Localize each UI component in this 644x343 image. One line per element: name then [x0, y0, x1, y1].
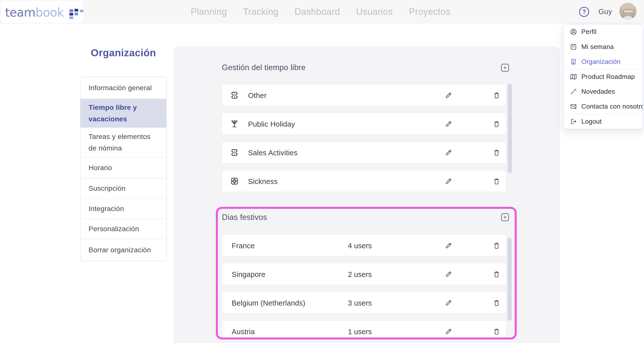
pencil-icon: [444, 119, 453, 129]
row-label: Public Holiday: [248, 120, 295, 128]
country-label: Austria: [232, 328, 255, 336]
edit-button[interactable]: [444, 148, 453, 157]
mail-icon: [570, 103, 577, 110]
delete-button[interactable]: [492, 241, 501, 250]
holidays-section-title: Dias festivos: [222, 213, 267, 222]
delete-button[interactable]: [492, 269, 501, 279]
sidebar-item-suscripcion[interactable]: Suscripción: [80, 178, 166, 199]
edit-button[interactable]: [444, 119, 453, 129]
edit-button[interactable]: [444, 241, 453, 250]
edit-button[interactable]: [444, 176, 453, 186]
holidays-scrollbar[interactable]: [507, 237, 512, 321]
sidebar-item-tiempo-libre[interactable]: Tiempo libre y vacaciones: [80, 99, 166, 127]
sidebar-item-personalizacion[interactable]: Personalización: [80, 219, 166, 239]
delete-button[interactable]: [492, 176, 501, 186]
nav-item-proyectos[interactable]: Proyectos: [409, 7, 451, 17]
delete-button[interactable]: [492, 148, 501, 157]
edit-button[interactable]: [444, 298, 453, 308]
holiday-row-singapore: Singapore 2 users: [222, 263, 506, 285]
trash-icon: [492, 148, 501, 157]
time-off-row-sickness: Sickness: [222, 170, 506, 192]
ticket-icon: [230, 90, 239, 100]
holidays-section-highlight: Dias festivos France 4 users Singapore 2…: [216, 207, 517, 339]
holiday-row-belgium: Belgium (Netherlands) 3 users: [222, 292, 506, 314]
wand-icon: [570, 88, 577, 95]
row-label: Other: [248, 91, 267, 100]
menu-item-organizacion[interactable]: Organización: [563, 54, 643, 69]
ticket-icon: [230, 148, 239, 157]
row-label: Sales Activities: [248, 149, 298, 157]
trash-icon: [492, 119, 501, 129]
users-count: 1 users: [348, 328, 372, 336]
sidebar-item-tareas-nomina[interactable]: Tareas y elementos de nómina: [80, 127, 166, 157]
edit-button[interactable]: [444, 327, 453, 336]
menu-item-perfil[interactable]: Perfil: [563, 24, 643, 39]
time-off-row-public-holiday: Public Holiday: [222, 113, 506, 135]
trash-icon: [492, 241, 501, 250]
page-title: Organización: [80, 47, 167, 59]
row-label: Sickness: [248, 177, 278, 186]
trash-icon: [492, 176, 501, 186]
time-off-row-sales-activities: Sales Activities: [222, 141, 506, 163]
pencil-icon: [444, 269, 453, 279]
nav-item-usuarios[interactable]: Usuarios: [356, 7, 393, 17]
brand-grid-icon: [69, 9, 85, 19]
country-label: France: [232, 242, 255, 250]
delete-button[interactable]: [492, 298, 501, 308]
time-off-section-title: Gestión del tiempo libre: [222, 63, 306, 72]
trash-icon: [492, 269, 501, 279]
holiday-row-austria: Austria 1 users: [222, 320, 506, 339]
pencil-icon: [444, 298, 453, 308]
calendar-icon: [570, 43, 577, 51]
users-count: 2 users: [348, 270, 372, 279]
help-icon[interactable]: ?: [579, 7, 589, 17]
sidebar-item-horario[interactable]: Horario: [80, 157, 166, 178]
country-label: Belgium (Netherlands): [232, 299, 305, 307]
add-holiday-country-button[interactable]: [501, 213, 509, 221]
menu-item-logout[interactable]: Logout: [563, 114, 643, 129]
nav-item-dashboard[interactable]: Dashboard: [295, 7, 340, 17]
brand-logo-primary: team: [5, 5, 35, 19]
delete-button[interactable]: [492, 119, 501, 129]
sidebar-item-integracion[interactable]: Integración: [80, 199, 166, 219]
edit-button[interactable]: [444, 90, 453, 100]
delete-button[interactable]: [492, 90, 501, 100]
add-time-off-button[interactable]: [501, 64, 509, 72]
user-name[interactable]: Guy: [595, 8, 615, 16]
sidebar-item-borrar-organizacion[interactable]: Borrar organización: [80, 239, 166, 261]
delete-button[interactable]: [492, 327, 501, 336]
users-count: 3 users: [348, 299, 372, 307]
pencil-icon: [444, 148, 453, 157]
user-circle-icon: [570, 28, 577, 35]
pencil-icon: [444, 90, 453, 100]
edit-button[interactable]: [444, 269, 453, 279]
user-avatar[interactable]: [619, 3, 636, 20]
trash-icon: [492, 90, 501, 100]
menu-item-mi-semana[interactable]: Mi semana: [563, 39, 643, 54]
menu-item-novedades[interactable]: Novedades: [563, 84, 643, 99]
top-bar: teambook Planning Tracking Dashboard Usu…: [0, 0, 644, 23]
main-nav: Planning Tracking Dashboard Usuarios Pro…: [191, 0, 450, 23]
brand-logo-secondary: book: [35, 5, 64, 19]
users-count: 4 users: [348, 242, 372, 250]
plus-icon: [502, 65, 508, 70]
trash-icon: [492, 298, 501, 308]
nav-item-planning[interactable]: Planning: [191, 7, 227, 17]
trash-icon: [492, 327, 501, 336]
user-menu: Perfil Mi semana Organización Product Ro…: [563, 24, 643, 129]
cocktail-icon: [230, 119, 239, 129]
sidebar-item-informacion-general[interactable]: Información general: [80, 77, 166, 99]
menu-item-product-roadmap[interactable]: Product Roadmap: [563, 69, 643, 84]
settings-sidebar: Información general Tiempo libre y vacac…: [80, 77, 167, 261]
pencil-icon: [444, 327, 453, 336]
building-icon: [570, 58, 577, 65]
map-icon: [570, 73, 577, 80]
menu-item-contacta[interactable]: Contacta con nosotros: [563, 99, 643, 114]
logout-icon: [570, 118, 577, 125]
time-off-scrollbar[interactable]: [508, 84, 512, 173]
medical-cross-icon: [230, 176, 239, 186]
nav-item-tracking[interactable]: Tracking: [243, 7, 278, 17]
brand-logo[interactable]: teambook: [1, 1, 84, 23]
plus-icon: [502, 215, 508, 220]
pencil-icon: [444, 241, 453, 250]
